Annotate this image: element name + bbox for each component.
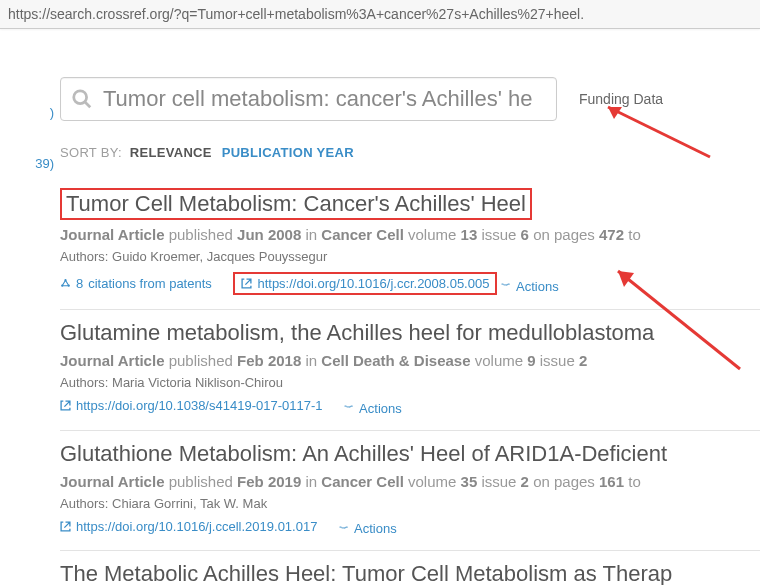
browser-url-bar[interactable]: https://search.crossref.org/?q=Tumor+cel… — [0, 0, 760, 29]
sort-relevance[interactable]: RELEVANCE — [130, 145, 212, 160]
result-meta: Journal Article published Feb 2018 in Ce… — [60, 352, 760, 369]
svg-line-1 — [85, 102, 91, 108]
result-item: Tumor Cell Metabolism: Cancer's Achilles… — [60, 178, 760, 310]
result-item: Glutamine metabolism, the Achilles heel … — [60, 310, 760, 431]
search-input[interactable] — [101, 85, 546, 113]
funding-data-link[interactable]: Funding Data — [579, 91, 663, 107]
result-title[interactable]: Tumor Cell Metabolism: Cancer's Achilles… — [60, 188, 532, 220]
svg-point-0 — [74, 91, 87, 104]
result-title[interactable]: Glutamine metabolism, the Achilles heel … — [60, 320, 760, 346]
citations-link[interactable]: 8 citations from patents — [60, 276, 212, 291]
search-box[interactable] — [60, 77, 557, 121]
result-authors: Authors: Guido Kroemer, Jacques Pouysseg… — [60, 249, 760, 264]
result-authors: Authors: Maria Victoria Niklison-Chirou — [60, 375, 760, 390]
star-net-icon — [60, 278, 71, 289]
sort-publication-year[interactable]: PUBLICATION YEAR — [222, 145, 354, 160]
result-item: The Metabolic Achilles Heel: Tumor Cell … — [60, 551, 760, 585]
facet-item[interactable]: ) — [0, 105, 54, 120]
actions-menu[interactable]: ︾Actions — [344, 401, 402, 416]
doi-link[interactable]: https://doi.org/10.1016/j.ccr.2008.05.00… — [241, 276, 489, 291]
chevron-down-icon: ︾ — [344, 403, 354, 413]
result-meta: Journal Article published Jun 2008 in Ca… — [60, 226, 760, 243]
result-title[interactable]: Glutathione Metabolism: An Achilles' Hee… — [60, 441, 760, 467]
doi-link[interactable]: https://doi.org/10.1016/j.ccell.2019.01.… — [60, 519, 317, 534]
chevron-down-icon: ︾ — [339, 524, 349, 534]
result-authors: Authors: Chiara Gorrini, Tak W. Mak — [60, 496, 760, 511]
result-meta: Journal Article published Feb 2019 in Ca… — [60, 473, 760, 490]
chevron-down-icon: ︾ — [501, 281, 511, 291]
facet-sidebar: ) 39) — [0, 29, 60, 585]
result-item: Glutathione Metabolism: An Achilles' Hee… — [60, 431, 760, 552]
search-icon — [71, 88, 93, 110]
external-link-icon — [60, 521, 71, 532]
actions-menu[interactable]: ︾Actions — [501, 279, 559, 294]
facet-item[interactable]: 39) — [0, 156, 54, 171]
external-link-icon — [60, 400, 71, 411]
actions-menu[interactable]: ︾Actions — [339, 521, 397, 536]
external-link-icon — [241, 278, 252, 289]
doi-link[interactable]: https://doi.org/10.1038/s41419-017-0117-… — [60, 398, 322, 413]
sort-bar: SORT BY: RELEVANCE PUBLICATION YEAR — [60, 145, 760, 160]
sort-label: SORT BY: — [60, 145, 122, 160]
results-list: Tumor Cell Metabolism: Cancer's Achilles… — [60, 178, 760, 585]
result-title[interactable]: The Metabolic Achilles Heel: Tumor Cell … — [60, 561, 760, 585]
